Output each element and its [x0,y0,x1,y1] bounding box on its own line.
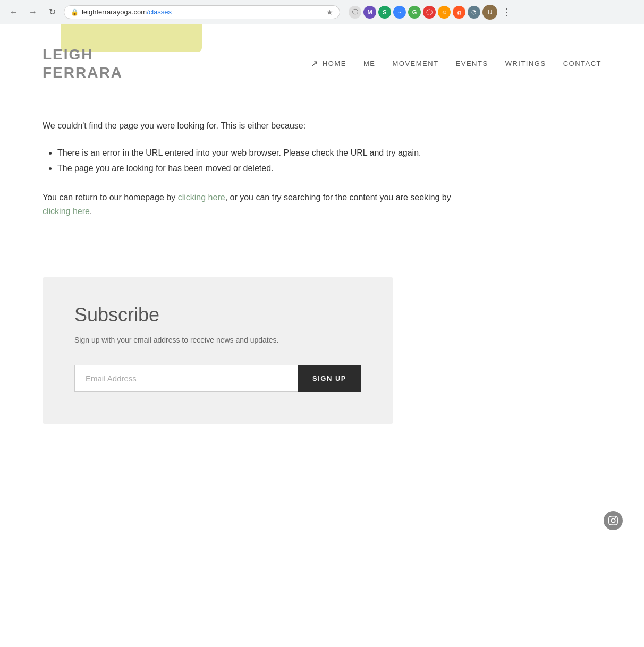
search-link[interactable]: clicking here [43,207,90,216]
bookmark-icon[interactable]: ★ [326,8,333,16]
homepage-link[interactable]: clicking here [178,193,225,202]
ext-s-icon[interactable]: S [378,6,391,19]
cursor-icon: ↗ [310,58,318,70]
ext-pokeball-icon[interactable]: ◯ [423,6,436,19]
subscribe-description: Sign up with your email address to recei… [74,335,361,346]
page-wrapper: LEIGH FERRARA ↗ HOME ME MOVEMENT EVENTS … [0,24,644,440]
nav-writings[interactable]: WRITINGS [505,59,546,67]
error-footer-text: You can return to our homepage by clicki… [43,191,601,218]
browser-chrome: ← → ↻ 🔒 leighferrarayoga.com/classes ★ ⓘ… [0,0,644,24]
url-text: leighferrarayoga.com/classes [82,8,323,16]
ext-puzzle-icon[interactable]: ◔ [468,6,480,19]
site-header: LEIGH FERRARA ↗ HOME ME MOVEMENT EVENTS … [0,24,644,92]
cta-text-2: , or you can try searching for the conte… [225,193,451,202]
nav-movement[interactable]: MOVEMENT [392,59,438,67]
ext-m-icon[interactable]: M [363,6,376,19]
browser-menu-icon[interactable]: ⋮ [499,4,513,20]
ext-g-orange-icon[interactable]: g [453,6,465,19]
signup-button[interactable]: SIGN UP [298,365,361,392]
reload-button[interactable]: ↻ [45,5,60,20]
main-content: We couldn't find the page you were looki… [0,92,644,260]
ext-g-green-icon[interactable]: G [408,6,421,19]
nav-contact[interactable]: CONTACT [563,59,601,67]
bottom-divider [43,440,601,440]
profile-avatar[interactable]: U [482,5,497,20]
error-list: There is an error in the URL entered int… [57,146,601,176]
address-bar[interactable]: 🔒 leighferrarayoga.com/classes ★ [64,5,340,19]
lock-icon: 🔒 [71,8,79,16]
site-nav: ↗ HOME ME MOVEMENT EVENTS WRITINGS CONTA… [310,58,601,70]
nav-me[interactable]: ME [363,59,376,67]
subscribe-section: Subscribe Sign up with your email addres… [43,277,393,424]
subscribe-form: SIGN UP [74,365,361,392]
back-button[interactable]: ← [6,5,21,20]
nav-events[interactable]: EVENTS [456,59,488,67]
ext-info-icon[interactable]: ⓘ [349,6,361,19]
error-bullet-2: The page you are looking for has been mo… [57,161,601,176]
forward-button[interactable]: → [26,5,40,20]
nav-home[interactable]: HOME [323,59,346,67]
email-input[interactable] [74,365,298,392]
error-bullet-1: There is an error in the URL entered int… [57,146,601,161]
site-logo: LEIGH FERRARA [43,46,123,81]
error-intro: We couldn't find the page you were looki… [43,119,601,133]
cta-end: . [90,207,92,216]
ext-face-icon[interactable]: ☺ [438,6,451,19]
browser-extensions: ⓘ M S ~ G ◯ ☺ g ◔ U ⋮ [349,4,513,20]
cta-text-1: You can return to our homepage by [43,193,178,202]
subscribe-title: Subscribe [74,304,361,326]
ext-wave-icon[interactable]: ~ [393,6,406,19]
footer-divider [43,261,601,261]
